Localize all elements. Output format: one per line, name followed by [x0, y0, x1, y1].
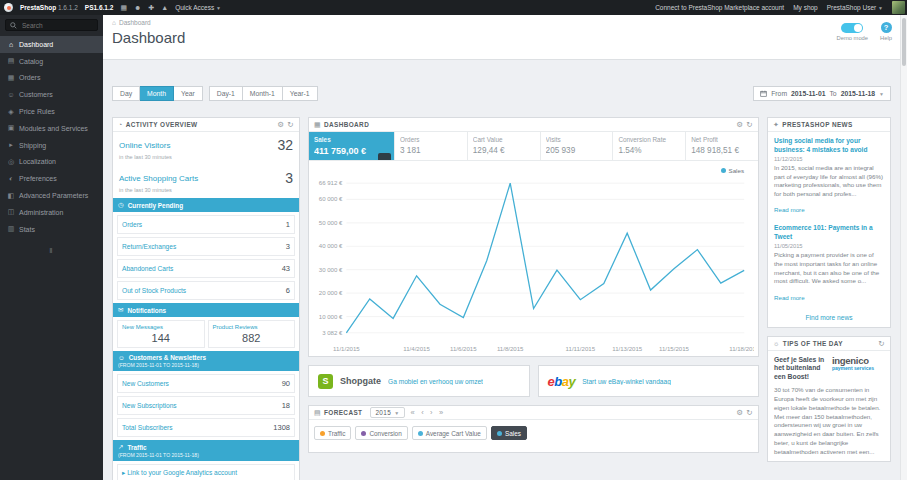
vertical-scrollbar[interactable]: [900, 15, 907, 480]
kpi-sales[interactable]: Sales411 759,00 €: [309, 132, 395, 160]
demo-mode-toggle[interactable]: [841, 23, 863, 33]
toggle-sales[interactable]: Sales: [491, 426, 527, 440]
topbar-right: Connect to PrestaShop Marketplace accoun…: [655, 1, 907, 14]
sidebar-item-modules[interactable]: ▣Modules and Services: [0, 120, 103, 137]
sidebar-search[interactable]: [5, 19, 98, 31]
google-analytics-link[interactable]: ▸ Link to your Google Analytics account: [122, 469, 237, 477]
product-reviews-link[interactable]: Product Reviews: [213, 324, 291, 330]
last-page-icon[interactable]: »: [439, 408, 444, 417]
help-label: Help: [880, 35, 892, 41]
sidebar-item-label: Price Rules: [19, 108, 55, 115]
shop-name[interactable]: PS1.6.1.2: [85, 4, 114, 11]
svg-text:11/4/2015: 11/4/2015: [403, 345, 430, 352]
read-more-link[interactable]: Read more: [774, 294, 805, 301]
kpi-conversion-rate[interactable]: Conversion Rate1.54%: [613, 132, 686, 160]
rocket-icon[interactable]: ▲: [161, 4, 168, 11]
toggle-average-cart-value[interactable]: Average Cart Value: [412, 426, 487, 440]
sidebar-item-localization[interactable]: ◎Localization: [0, 154, 103, 171]
scrollbar-thumb[interactable]: [902, 18, 906, 66]
kpi-cart-value[interactable]: Cart Value129,44 €: [468, 132, 541, 160]
my-shop-link[interactable]: My shop: [793, 4, 818, 11]
sidebar-item-price-rules[interactable]: ◈Price Rules: [0, 103, 103, 120]
new-messages-cell[interactable]: New Messages144: [117, 320, 205, 348]
range-day-1-button[interactable]: Day-1: [209, 86, 243, 101]
kpi-visits[interactable]: Visits205 939: [541, 132, 614, 160]
demo-mode-label: Demo mode: [836, 35, 868, 41]
online-visitors-value: 32: [277, 137, 293, 153]
quick-access-menu[interactable]: Quick Access ▼: [175, 4, 221, 11]
cart-icon[interactable]: ▦: [120, 4, 127, 12]
sidebar-item-shipping[interactable]: ▸Shipping: [0, 137, 103, 154]
pending-returns-link[interactable]: Return/Exchanges: [122, 243, 176, 250]
sidebar-item-advanced-parameters[interactable]: ◧Advanced Parameters: [0, 187, 103, 204]
ingenico-logo: ingenico payment services: [832, 356, 884, 372]
range-year-1-button[interactable]: Year-1: [283, 86, 318, 101]
dashboard-column: ▦ DASHBOARD ⚙ ↻ Sales411 759,00 € Orders…: [308, 117, 759, 461]
sidebar-item-dashboard[interactable]: ⌂Dashboard: [0, 36, 103, 53]
refresh-icon[interactable]: ↻: [878, 339, 885, 348]
article-title-link[interactable]: Ecommerce 101: Payments in a Tweet: [774, 224, 884, 241]
date-range-picker[interactable]: From2015-11-01 To2015-11-18 ▼: [753, 86, 891, 101]
marketplace-link[interactable]: Connect to PrestaShop Marketplace accoun…: [655, 4, 784, 11]
total-subscribers-value: 1308: [273, 423, 290, 432]
shopgate-promo[interactable]: S Shopgate Ga mobiel en verhoog uw omzet: [308, 365, 530, 397]
user-avatar[interactable]: [892, 1, 905, 14]
collapse-sidebar-button[interactable]: ‖: [0, 246, 103, 255]
first-page-icon[interactable]: «: [411, 408, 416, 417]
sidebar-item-catalog[interactable]: ▤Catalog: [0, 53, 103, 70]
range-year-button[interactable]: Year: [174, 86, 203, 101]
out-of-stock-link[interactable]: Out of Stock Products: [122, 287, 186, 294]
analytics-row: ▸ Link to your Google Analytics account: [117, 464, 295, 480]
year-select[interactable]: 2015▼: [370, 407, 404, 418]
sidebar-item-orders[interactable]: ▦Orders: [0, 70, 103, 87]
calendar-icon: [760, 90, 767, 97]
sidebar-nav: ⌂Dashboard ▤Catalog ▦Orders ☺Customers ◈…: [0, 36, 103, 238]
help-icon[interactable]: ?: [881, 22, 892, 33]
search-input[interactable]: [20, 21, 88, 30]
abandoned-carts-value: 43: [282, 264, 290, 273]
find-more-news-link[interactable]: Find more news: [806, 314, 853, 321]
online-visitors-link[interactable]: Online Visitors: [119, 141, 170, 150]
gear-icon[interactable]: ⚙: [736, 408, 743, 417]
refresh-icon[interactable]: ↻: [746, 120, 753, 129]
shopgate-link[interactable]: Ga mobiel en verhoog uw omzet: [388, 378, 483, 385]
range-month-1-button[interactable]: Month-1: [243, 86, 283, 101]
kpi-net-profit[interactable]: Net Profit148 918,51 €: [686, 132, 758, 160]
total-subscribers-link[interactable]: Total Subscribers: [122, 424, 173, 431]
profile-icon[interactable]: ☻: [134, 4, 141, 11]
new-customers-link[interactable]: New Customers: [122, 380, 169, 387]
refresh-icon[interactable]: ↻: [287, 120, 294, 129]
gear-icon[interactable]: ⚙: [277, 120, 284, 129]
sidebar-item-administration[interactable]: ◫Administration: [0, 204, 103, 221]
new-subscriptions-link[interactable]: New Subscriptions: [122, 402, 177, 409]
refresh-icon[interactable]: ↻: [746, 408, 753, 417]
sidebar-item-customers[interactable]: ☺Customers: [0, 86, 103, 103]
ebay-promo[interactable]: ebay Start uw eBay-winkel vandaag: [538, 365, 760, 397]
next-page-icon[interactable]: ›: [430, 408, 433, 417]
active-carts-link[interactable]: Active Shopping Carts: [119, 174, 198, 183]
sidebar-item-preferences[interactable]: ◐Preferences: [0, 170, 103, 187]
new-messages-link[interactable]: New Messages: [122, 324, 200, 330]
prev-page-icon[interactable]: ‹: [421, 408, 424, 417]
stats-icon: ▥: [7, 225, 15, 233]
pin-icon[interactable]: ✚: [148, 4, 154, 12]
product-reviews-cell[interactable]: Product Reviews882: [208, 320, 296, 348]
customers-row: New Customers90: [117, 374, 295, 393]
article-date: 11/05/2015: [774, 243, 884, 249]
gear-icon[interactable]: ⚙: [736, 120, 743, 129]
read-more-link[interactable]: Read more: [774, 206, 805, 213]
sidebar-item-stats[interactable]: ▥Stats: [0, 221, 103, 238]
range-day-button[interactable]: Day: [112, 86, 140, 101]
pending-orders-link[interactable]: Orders: [122, 221, 142, 228]
user-menu[interactable]: PrestaShop User ▼: [827, 4, 883, 11]
customers-row: Total Subscribers1308: [117, 418, 295, 437]
range-month-button[interactable]: Month: [140, 86, 174, 101]
article-title-link[interactable]: Using social media for your business: 4 …: [774, 137, 884, 154]
brand-name: PrestaShop 1.6.1.2: [20, 4, 78, 11]
toggle-traffic[interactable]: Traffic: [314, 426, 351, 440]
ebay-link[interactable]: Start uw eBay-winkel vandaag: [582, 378, 671, 385]
breadcrumb[interactable]: ⌂Dashboard: [112, 19, 151, 26]
toggle-conversion[interactable]: Conversion: [355, 426, 407, 440]
kpi-orders[interactable]: Orders3 181: [395, 132, 468, 160]
abandoned-carts-link[interactable]: Abandoned Carts: [122, 265, 173, 272]
